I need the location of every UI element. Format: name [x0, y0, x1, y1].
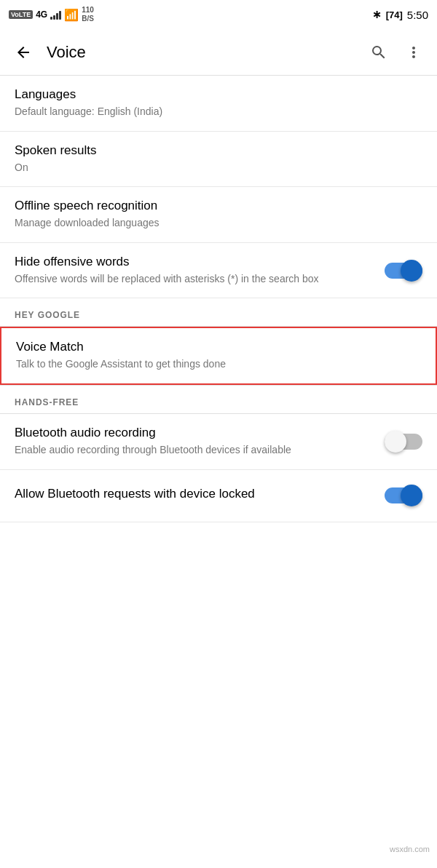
status-left: VoLTE 4G 📶 110 B/S [9, 6, 94, 23]
bluetooth-locked-title: Allow Bluetooth requests with device loc… [15, 487, 373, 501]
voice-match-subtitle: Talk to the Google Assistant to get thin… [16, 357, 409, 372]
back-arrow-icon [15, 44, 32, 61]
bluetooth-locked-content: Allow Bluetooth requests with device loc… [15, 487, 385, 504]
page-title: Voice [47, 43, 361, 62]
time-display: 5:50 [407, 9, 428, 21]
languages-content: Languages Default language: English (Ind… [15, 87, 422, 119]
signal-bars [50, 9, 61, 20]
bluetooth-audio-subtitle: Enable audio recording through Bluetooth… [15, 443, 373, 458]
languages-title: Languages [15, 87, 411, 102]
voice-match-item[interactable]: Voice Match Talk to the Google Assistant… [0, 327, 437, 385]
network-type: 4G [36, 9, 47, 20]
hide-offensive-item[interactable]: Hide offensive words Offensive words wil… [0, 243, 437, 299]
toggle-thumb [401, 260, 422, 282]
search-button[interactable] [361, 35, 396, 70]
hands-free-header: HANDS-FREE [0, 386, 437, 413]
voice-match-content: Voice Match Talk to the Google Assistant… [16, 340, 421, 372]
more-options-button[interactable] [396, 35, 431, 70]
hide-offensive-toggle[interactable] [385, 260, 422, 282]
bluetooth-audio-item[interactable]: Bluetooth audio recording Enable audio r… [0, 414, 437, 470]
search-icon [370, 44, 387, 61]
hide-offensive-content: Hide offensive words Offensive words wil… [15, 255, 385, 287]
speed-text: 110 B/S [82, 6, 94, 23]
spoken-results-item[interactable]: Spoken results On [0, 132, 437, 188]
spoken-results-subtitle: On [15, 161, 411, 175]
offline-speech-content: Offline speech recognition Manage downlo… [15, 199, 422, 231]
bluetooth-locked-toggle[interactable] [385, 485, 422, 506]
watermark: wsxdn.com [390, 845, 430, 853]
toggle-thumb-on2 [401, 485, 422, 506]
languages-subtitle: Default language: English (India) [15, 105, 411, 119]
bluetooth-audio-content: Bluetooth audio recording Enable audio r… [15, 426, 385, 458]
signal-bar-2 [53, 15, 55, 20]
hide-offensive-subtitle: Offensive words will be replaced with as… [15, 272, 373, 287]
offline-speech-title: Offline speech recognition [15, 199, 411, 213]
bluetooth-locked-item[interactable]: Allow Bluetooth requests with device loc… [0, 470, 437, 522]
languages-item[interactable]: Languages Default language: English (Ind… [0, 76, 437, 132]
spoken-results-title: Spoken results [15, 143, 411, 158]
status-bar: VoLTE 4G 📶 110 B/S ∗ [74] 5:50 [0, 0, 437, 29]
spoken-results-content: Spoken results On [15, 143, 422, 175]
hide-offensive-title: Hide offensive words [15, 255, 373, 269]
offline-speech-subtitle: Manage downloaded languages [15, 216, 411, 231]
hey-google-header: HEY GOOGLE [0, 298, 437, 326]
bluetooth-audio-title: Bluetooth audio recording [15, 426, 373, 440]
wifi-icon: 📶 [64, 8, 79, 22]
battery-level: [74] [386, 9, 403, 20]
voice-match-title: Voice Match [16, 340, 409, 354]
bluetooth-audio-toggle[interactable] [385, 431, 422, 453]
app-bar-icons [361, 35, 431, 70]
offline-speech-item[interactable]: Offline speech recognition Manage downlo… [0, 187, 437, 243]
more-options-icon [405, 44, 422, 61]
toggle-thumb-off [385, 431, 406, 453]
settings-list: Languages Default language: English (Ind… [0, 76, 437, 522]
back-button[interactable] [6, 35, 41, 70]
app-bar: Voice [0, 29, 437, 76]
volte-badge: VoLTE [9, 10, 33, 19]
bluetooth-icon: ∗ [372, 8, 382, 21]
signal-bar-1 [50, 17, 52, 20]
status-right: ∗ [74] 5:50 [372, 8, 428, 21]
signal-bar-3 [56, 13, 58, 20]
signal-bar-4 [59, 11, 61, 20]
